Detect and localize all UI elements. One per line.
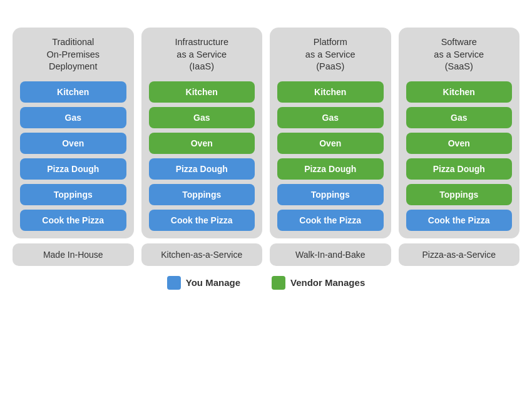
- pill-iaas-2: Oven: [149, 133, 255, 154]
- pill-traditional-0: Kitchen: [20, 81, 126, 103]
- pill-paas-2: Oven: [277, 133, 384, 154]
- footer-saas: Pizza-as-a-Service: [399, 243, 520, 266]
- columns-wrapper: Traditional On-Premises DeploymentKitche…: [13, 28, 519, 266]
- pill-saas-2: Oven: [406, 133, 513, 154]
- pill-paas-4: Toppings: [277, 184, 384, 205]
- pill-paas-1: Gas: [277, 107, 384, 128]
- legend-item-blue: You Manage: [167, 276, 240, 290]
- card-saas: Software as a Service (SaaS)KitchenGasOv…: [399, 28, 520, 238]
- legend-label-green: Vendor Manages: [290, 277, 365, 288]
- card-header-iaas: Infrastructure as a Service (IaaS): [175, 36, 228, 73]
- pill-traditional-4: Toppings: [20, 184, 126, 205]
- column-traditional: Traditional On-Premises DeploymentKitche…: [13, 28, 134, 266]
- footer-iaas: Kitchen-as-a-Service: [141, 243, 263, 266]
- pill-saas-1: Gas: [406, 107, 513, 128]
- card-header-paas: Platform as a Service (PaaS): [305, 36, 356, 73]
- footer-paas: Walk-In-and-Bake: [270, 243, 391, 266]
- pill-saas-4: Toppings: [406, 184, 513, 205]
- pill-traditional-1: Gas: [20, 107, 126, 128]
- card-paas: Platform as a Service (PaaS)KitchenGasOv…: [270, 28, 391, 238]
- pill-iaas-0: Kitchen: [149, 81, 255, 103]
- pill-paas-0: Kitchen: [277, 81, 384, 103]
- pill-paas-3: Pizza Dough: [277, 158, 384, 180]
- card-traditional: Traditional On-Premises DeploymentKitche…: [13, 28, 134, 238]
- card-header-saas: Software as a Service (SaaS): [434, 36, 484, 73]
- column-iaas: Infrastructure as a Service (IaaS)Kitche…: [141, 28, 263, 266]
- pill-traditional-2: Oven: [20, 133, 126, 154]
- pill-traditional-3: Pizza Dough: [20, 158, 126, 180]
- pill-saas-3: Pizza Dough: [406, 158, 513, 180]
- pill-saas-5: Cook the Pizza: [406, 210, 513, 231]
- card-iaas: Infrastructure as a Service (IaaS)Kitche…: [141, 28, 263, 238]
- pill-iaas-4: Toppings: [149, 184, 255, 205]
- pill-traditional-5: Cook the Pizza: [20, 210, 126, 231]
- legend-label-blue: You Manage: [186, 277, 240, 288]
- card-header-traditional: Traditional On-Premises Deployment: [46, 36, 100, 73]
- footer-traditional: Made In-House: [13, 243, 134, 266]
- pill-paas-5: Cook the Pizza: [277, 210, 384, 231]
- pill-iaas-5: Cook the Pizza: [149, 210, 255, 231]
- legend-swatch-blue: [167, 276, 181, 290]
- pill-iaas-1: Gas: [149, 107, 255, 128]
- legend: You ManageVendor Manages: [167, 276, 365, 290]
- column-saas: Software as a Service (SaaS)KitchenGasOv…: [399, 28, 520, 266]
- pill-saas-0: Kitchen: [406, 81, 513, 103]
- column-paas: Platform as a Service (PaaS)KitchenGasOv…: [270, 28, 391, 266]
- pill-iaas-3: Pizza Dough: [149, 158, 255, 180]
- legend-swatch-green: [272, 276, 285, 290]
- legend-item-green: Vendor Manages: [272, 276, 365, 290]
